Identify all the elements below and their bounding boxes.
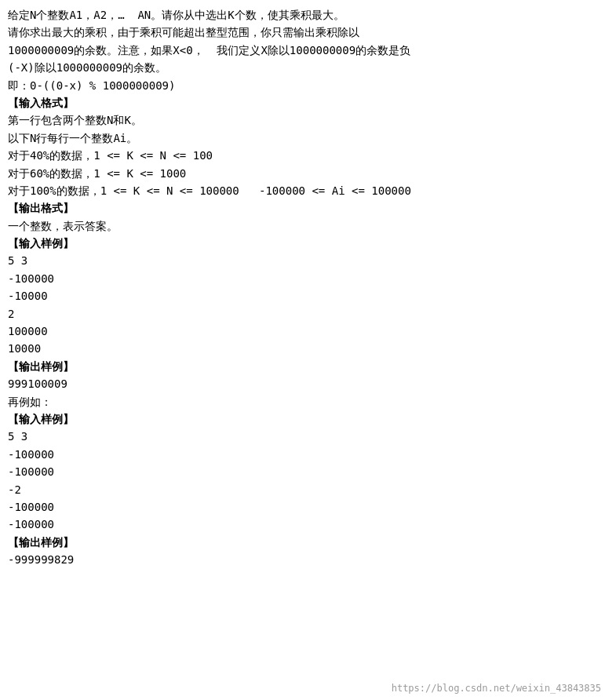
content-line-23: 【输入样例】 <box>8 410 601 428</box>
content-line-20: 【输出样例】 <box>8 358 601 375</box>
content-line-11: 【输出格式】 <box>8 199 601 217</box>
page-container: 给定N个整数A1，A2，… AN。请你从中选出K个数，使其乘积最大。请你求出最大… <box>0 0 609 700</box>
content-line-21: 999100009 <box>8 375 601 392</box>
content-line-5: 【输入格式】 <box>8 94 601 111</box>
content-line-0: 给定N个整数A1，A2，… AN。请你从中选出K个数，使其乘积最大。 <box>8 6 601 24</box>
content-line-19: 10000 <box>8 340 601 357</box>
content-line-28: -100000 <box>8 498 601 516</box>
content-line-9: 对于60%的数据，1 <= K <= 1000 <box>8 165 601 182</box>
content-line-14: 5 3 <box>8 252 601 269</box>
content-line-7: 以下N行每行一个整数Ai。 <box>8 129 601 147</box>
content-line-10: 对于100%的数据，1 <= K <= N <= 100000 -100000 … <box>8 182 601 199</box>
content-line-15: -100000 <box>8 270 601 287</box>
content-line-29: -100000 <box>8 516 601 533</box>
content-line-31: -999999829 <box>8 551 601 568</box>
content-line-13: 【输入样例】 <box>8 235 601 252</box>
content-line-30: 【输出样例】 <box>8 534 601 551</box>
content-line-1: 请你求出最大的乘积，由于乘积可能超出整型范围，你只需输出乘积除以 <box>8 24 601 41</box>
content-line-3: (-X)除以1000000009的余数。 <box>8 59 601 76</box>
content-line-22: 再例如： <box>8 393 601 410</box>
content-line-18: 100000 <box>8 323 601 340</box>
content-line-8: 对于40%的数据，1 <= K <= N <= 100 <box>8 147 601 164</box>
content-line-17: 2 <box>8 305 601 323</box>
content-line-4: 即：0-((0-x) % 1000000009) <box>8 77 601 94</box>
content-area: 给定N个整数A1，A2，… AN。请你从中选出K个数，使其乘积最大。请你求出最大… <box>8 6 601 569</box>
content-line-2: 1000000009的余数。注意，如果X<0， 我们定义X除以100000000… <box>8 42 601 59</box>
watermark: https://blog.csdn.net/weixin_43843835 <box>392 683 601 694</box>
content-line-25: -100000 <box>8 446 601 463</box>
content-line-26: -100000 <box>8 463 601 480</box>
content-line-24: 5 3 <box>8 428 601 445</box>
content-line-6: 第一行包含两个整数N和K。 <box>8 111 601 129</box>
content-line-12: 一个整数，表示答案。 <box>8 217 601 235</box>
content-line-27: -2 <box>8 481 601 498</box>
content-line-16: -10000 <box>8 287 601 304</box>
